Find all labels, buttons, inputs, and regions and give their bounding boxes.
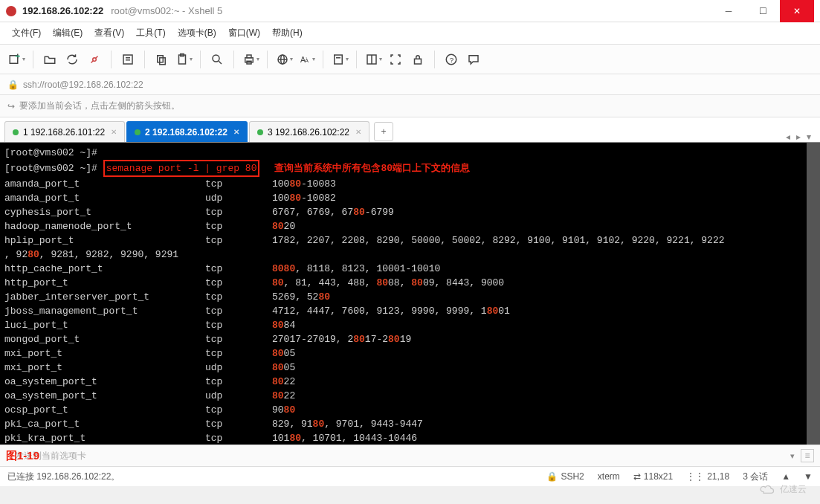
hint-arrow-icon[interactable]: ↪ bbox=[7, 101, 15, 112]
svg-rect-0 bbox=[10, 55, 18, 63]
menu-tabs[interactable]: 选项卡(B) bbox=[173, 24, 221, 42]
address-text: ssh://root@192.168.26.102:22 bbox=[23, 80, 143, 90]
open-icon[interactable] bbox=[39, 49, 60, 70]
fullscreen-icon[interactable] bbox=[385, 49, 406, 70]
lock-icon[interactable] bbox=[407, 49, 428, 70]
tab-label: 2 192.168.26.102:22 bbox=[145, 127, 227, 138]
menu-edit[interactable]: 编辑(E) bbox=[48, 24, 87, 42]
hint-text: 要添加当前会话，点击左侧的箭头按钮。 bbox=[19, 100, 180, 112]
tab-close-icon[interactable]: ✕ bbox=[233, 128, 239, 136]
command-input-bar: 图1-19 发送到当前选项卡 ▾ ≡ bbox=[0, 445, 820, 467]
tab-label: 1 192.168.26.101:22 bbox=[23, 127, 105, 138]
status-bar: 已连接 192.168.26.102:22。 🔒 SSH2 xterm ⇄ 11… bbox=[0, 467, 820, 486]
session-tab-2[interactable]: 2 192.168.26.102:22 ✕ bbox=[126, 121, 248, 142]
session-tab-3[interactable]: 3 192.168.26.102:22 ✕ bbox=[249, 121, 369, 142]
globe-icon[interactable]: ▾ bbox=[274, 49, 294, 70]
minimize-button[interactable]: ─ bbox=[711, 0, 746, 22]
menubar: 文件(F) 编辑(E) 查看(V) 工具(T) 选项卡(B) 窗口(W) 帮助(… bbox=[0, 22, 820, 45]
svg-text:À: À bbox=[305, 56, 309, 63]
toolbar: ▾ ▾ ▾ ▾ AÀ▾ ▾ ▾ ? bbox=[0, 45, 820, 74]
terminal-scrollbar[interactable] bbox=[807, 143, 820, 445]
status-pos: ⋮⋮ 21,18 bbox=[686, 471, 729, 482]
tab-close-icon[interactable]: ✕ bbox=[355, 128, 361, 136]
status-size: ⇄ 118x21 bbox=[633, 471, 673, 482]
status-dot-icon bbox=[135, 129, 141, 135]
svg-rect-21 bbox=[334, 55, 342, 64]
tab-prev-icon[interactable]: ◂ bbox=[786, 132, 790, 142]
title-host: 192.168.26.102:22 bbox=[22, 5, 103, 16]
status-term: xterm bbox=[598, 471, 620, 482]
tab-nav: ◂ ▸ ▾ bbox=[786, 132, 816, 142]
script-icon[interactable]: ▾ bbox=[329, 49, 350, 70]
help-icon[interactable]: ? bbox=[441, 49, 462, 70]
status-proto: 🔒 SSH2 bbox=[546, 471, 584, 482]
menu-help[interactable]: 帮助(H) bbox=[268, 24, 307, 42]
new-tab-button[interactable]: + bbox=[374, 122, 393, 141]
menu-tools[interactable]: 工具(T) bbox=[132, 24, 170, 42]
svg-text:?: ? bbox=[450, 55, 454, 63]
svg-point-3 bbox=[93, 57, 97, 61]
status-connection: 已连接 192.168.26.102:22。 bbox=[7, 471, 120, 483]
print-icon[interactable]: ▾ bbox=[240, 49, 261, 70]
feedback-icon[interactable] bbox=[463, 49, 484, 70]
search-icon[interactable] bbox=[207, 49, 227, 70]
menu-view[interactable]: 查看(V) bbox=[90, 24, 129, 42]
figure-label: 图1-19 bbox=[6, 449, 39, 463]
command-input[interactable]: 发送到当前选项卡 bbox=[15, 450, 790, 462]
close-button[interactable]: ✕ bbox=[780, 0, 814, 22]
layout-icon[interactable]: ▾ bbox=[363, 49, 384, 70]
title-rest: root@vms002:~ - Xshell 5 bbox=[111, 5, 222, 16]
paste-icon[interactable]: ▾ bbox=[173, 49, 194, 70]
tab-next-icon[interactable]: ▸ bbox=[796, 132, 801, 142]
menu-file[interactable]: 文件(F) bbox=[7, 24, 45, 42]
tab-label: 3 192.168.26.102:22 bbox=[268, 127, 349, 138]
titlebar: 192.168.26.102:22 root@vms002:~ - Xshell… bbox=[0, 0, 820, 22]
svg-point-11 bbox=[213, 55, 219, 62]
svg-rect-25 bbox=[415, 59, 422, 64]
copy-icon[interactable] bbox=[151, 49, 172, 70]
app-icon bbox=[6, 6, 16, 16]
disconnect-icon[interactable] bbox=[84, 49, 105, 70]
menu-window[interactable]: 窗口(W) bbox=[224, 24, 265, 42]
properties-icon[interactable] bbox=[117, 49, 138, 70]
window-buttons: ─ ☐ ✕ bbox=[711, 0, 814, 22]
watermark: 亿速云 bbox=[759, 479, 811, 500]
lock-small-icon: 🔒 bbox=[7, 80, 19, 90]
input-dropdown-icon[interactable]: ▾ bbox=[790, 451, 795, 461]
reconnect-icon[interactable] bbox=[62, 49, 83, 70]
encoding-icon[interactable]: AÀ▾ bbox=[296, 49, 317, 70]
svg-line-12 bbox=[219, 61, 222, 64]
maximize-button[interactable]: ☐ bbox=[746, 0, 780, 22]
terminal[interactable]: [root@vms002 ~]#[root@vms002 ~]# semanag… bbox=[0, 143, 820, 445]
address-bar[interactable]: 🔒 ssh://root@192.168.26.102:22 bbox=[0, 74, 820, 95]
tab-menu-icon[interactable]: ▾ bbox=[807, 132, 811, 142]
new-session-icon[interactable]: ▾ bbox=[6, 49, 27, 70]
session-tab-1[interactable]: 1 192.168.26.101:22 ✕ bbox=[4, 121, 125, 142]
svg-rect-14 bbox=[247, 55, 251, 58]
status-dot-icon bbox=[13, 129, 19, 135]
show-panel-button[interactable]: ≡ bbox=[801, 449, 814, 462]
hint-bar: ↪ 要添加当前会话，点击左侧的箭头按钮。 bbox=[0, 95, 820, 117]
tab-close-icon[interactable]: ✕ bbox=[111, 128, 117, 136]
status-dot-icon bbox=[257, 129, 263, 135]
tab-bar: 1 192.168.26.101:22 ✕ 2 192.168.26.102:2… bbox=[0, 117, 820, 143]
